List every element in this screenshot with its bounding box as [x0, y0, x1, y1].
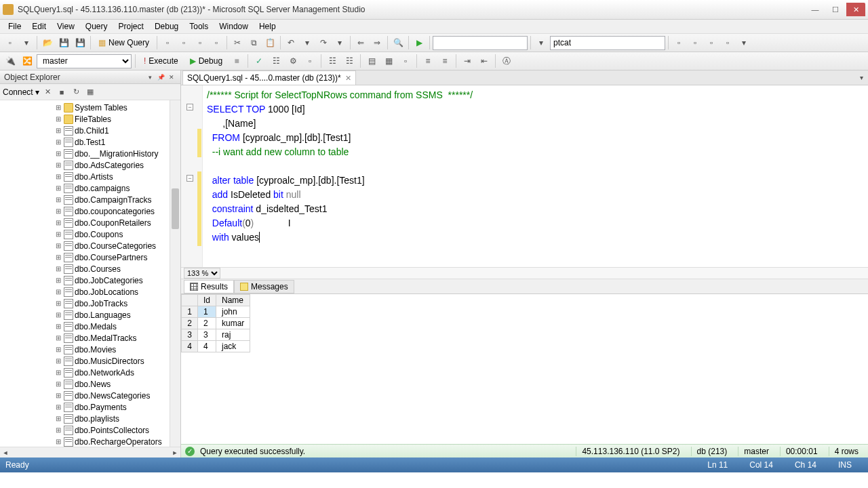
expand-icon[interactable]: ⊞	[54, 277, 62, 284]
expand-icon[interactable]: ⊞	[54, 196, 62, 203]
minimize-button[interactable]: —	[806, 3, 825, 16]
results-text-icon[interactable]: ▤	[364, 54, 379, 68]
expand-icon[interactable]: ⊞	[54, 369, 62, 376]
table-row[interactable]: 33raj	[182, 329, 250, 341]
execute-button[interactable]: !Execute	[139, 54, 183, 68]
objexp-refresh-icon[interactable]: ↻	[70, 86, 82, 98]
expand-icon[interactable]: ⊞	[54, 311, 62, 319]
expand-icon[interactable]: ⊞	[54, 104, 62, 111]
expand-icon[interactable]: ⊞	[54, 173, 62, 180]
tree-item[interactable]: ⊞dbo.Movies	[54, 344, 180, 355]
scroll-right-icon[interactable]: ►	[170, 447, 180, 458]
nav-back-icon[interactable]: ⇐	[353, 35, 368, 50]
tree-item[interactable]: ⊞dbo.Payments	[54, 401, 180, 413]
expand-icon[interactable]: ⊞	[54, 253, 62, 261]
connect-dropdown[interactable]: Connect ▾	[3, 87, 39, 97]
open-icon[interactable]: 📂	[40, 35, 55, 50]
expand-icon[interactable]: ⊞	[54, 346, 62, 353]
objexp-vscrollbar[interactable]	[170, 100, 180, 447]
intellisense-icon[interactable]: ▫	[302, 54, 317, 68]
close-button[interactable]: ✕	[846, 3, 865, 16]
tree-item[interactable]: ⊞dbo.campaigns	[54, 182, 180, 194]
tree-item[interactable]: ⊞dbo.Courses	[54, 263, 180, 274]
tb-icon-5[interactable]: ▾	[534, 35, 549, 50]
specify-values-icon[interactable]: Ⓐ	[499, 54, 514, 68]
objexp-hscrollbar[interactable]: ◄ ►	[0, 447, 180, 458]
menu-query[interactable]: Query	[80, 20, 113, 33]
code-editor[interactable]: − − /****** Script for SelectTopNRows co…	[181, 85, 868, 267]
tree-item[interactable]: ⊞dbo.JobCategories	[54, 274, 180, 286]
copy-icon[interactable]: ⧉	[246, 35, 261, 50]
tree-item[interactable]: ⊞dbo.playlists	[54, 413, 180, 424]
expand-icon[interactable]: ⊞	[54, 115, 62, 123]
maximize-button[interactable]: ☐	[826, 3, 845, 16]
queryopt-icon[interactable]: ⚙	[285, 54, 300, 68]
expand-icon[interactable]: ⊞	[54, 230, 62, 238]
expand-icon[interactable]: ⊞	[54, 207, 62, 215]
solution-combo[interactable]	[433, 36, 528, 50]
tree-item[interactable]: ⊞dbo.NewsCategories	[54, 390, 180, 401]
expand-icon[interactable]: ⊞	[54, 138, 62, 146]
expand-icon[interactable]: ⊞	[54, 265, 62, 272]
tab-close-icon[interactable]: ✕	[345, 74, 351, 83]
redo-icon[interactable]: ↷	[316, 35, 331, 50]
comment-icon[interactable]: ≡	[420, 54, 435, 68]
menu-edit[interactable]: Edit	[26, 20, 52, 33]
saveall-icon[interactable]: 💾	[73, 35, 87, 50]
fold-icon[interactable]: −	[186, 104, 193, 110]
stats-icon[interactable]: ☷	[342, 54, 357, 68]
expand-icon[interactable]: ⊞	[54, 184, 62, 192]
menu-window[interactable]: Window	[214, 20, 254, 33]
tree-item[interactable]: ⊞dbo.Medals	[54, 321, 180, 332]
tree-item[interactable]: ⊞dbo.MusicDirectors	[54, 355, 180, 367]
tree-item[interactable]: ⊞db.Child1	[54, 125, 180, 136]
objexp-dropdown-icon[interactable]: ▾	[145, 73, 155, 82]
tb-icon-10[interactable]: ▾	[736, 35, 751, 50]
undo-drop-icon[interactable]: ▾	[300, 35, 315, 50]
object-explorer-tree[interactable]: ⊞System Tables⊞FileTables⊞db.Child1⊞db.T…	[0, 100, 180, 447]
expand-icon[interactable]: ⊞	[54, 357, 62, 365]
expand-icon[interactable]: ⊞	[54, 288, 62, 296]
expand-icon[interactable]: ⊞	[54, 242, 62, 249]
fold-icon[interactable]: −	[186, 175, 193, 182]
expand-icon[interactable]: ⊞	[54, 300, 62, 307]
tree-item[interactable]: ⊞dbo.PointsCollectors	[54, 424, 180, 436]
expand-icon[interactable]: ⊞	[54, 323, 62, 330]
play-icon[interactable]: ▶	[412, 35, 427, 50]
tree-item[interactable]: ⊞dbo.NetworkAds	[54, 367, 180, 378]
tree-item[interactable]: ⊞dbo.couponcategories	[54, 205, 180, 217]
tree-item[interactable]: ⊞dbo.CouponRetailers	[54, 217, 180, 228]
menu-tools[interactable]: Tools	[184, 20, 214, 33]
new-query-button[interactable]: ▦New Query	[94, 35, 154, 50]
col-id[interactable]: Id	[198, 295, 216, 306]
tab-sqlquery1[interactable]: SQLQuery1.sql - 45....0.master (db (213)…	[182, 70, 356, 85]
tb-icon-3[interactable]: ▫	[193, 35, 208, 50]
objexp-close-icon[interactable]: ✕	[167, 73, 176, 82]
tree-item[interactable]: ⊞dbo.Artists	[54, 171, 180, 182]
tb-icon-2[interactable]: ▫	[176, 35, 191, 50]
outdent-icon[interactable]: ⇤	[477, 54, 492, 68]
tree-item[interactable]: ⊞dbo.Languages	[54, 309, 180, 321]
objexp-disconnect-icon[interactable]: ✕	[41, 86, 54, 98]
objexp-filter-icon[interactable]: ▦	[84, 86, 96, 98]
tb-icon-1[interactable]: ▫	[160, 35, 175, 50]
tb-icon-4[interactable]: ▫	[209, 35, 224, 50]
tree-item[interactable]: ⊞dbo.CourseCategories	[54, 240, 180, 251]
database-combo[interactable]: master	[37, 54, 132, 68]
undo-icon[interactable]: ↶	[283, 35, 298, 50]
table-row[interactable]: 11john	[182, 306, 250, 318]
scroll-left-icon[interactable]: ◄	[0, 447, 11, 458]
tree-item[interactable]: ⊞dbo.AdsCategories	[54, 159, 180, 171]
menu-help[interactable]: Help	[254, 20, 281, 33]
tb-icon-8[interactable]: ▫	[704, 35, 719, 50]
col-name[interactable]: Name	[216, 295, 250, 306]
tree-item[interactable]: ⊞FileTables	[54, 113, 180, 125]
new-project-icon[interactable]: ▫	[3, 35, 18, 50]
uncomment-icon[interactable]: ≡	[437, 54, 452, 68]
tree-item[interactable]: ⊞dbo.Coupons	[54, 228, 180, 240]
results-file-icon[interactable]: ▫	[398, 54, 413, 68]
login-combo[interactable]	[550, 36, 665, 50]
tree-item[interactable]: ⊞dbo.MedalTracks	[54, 332, 180, 344]
find-icon[interactable]: 🔍	[391, 35, 406, 50]
menu-view[interactable]: View	[52, 20, 80, 33]
